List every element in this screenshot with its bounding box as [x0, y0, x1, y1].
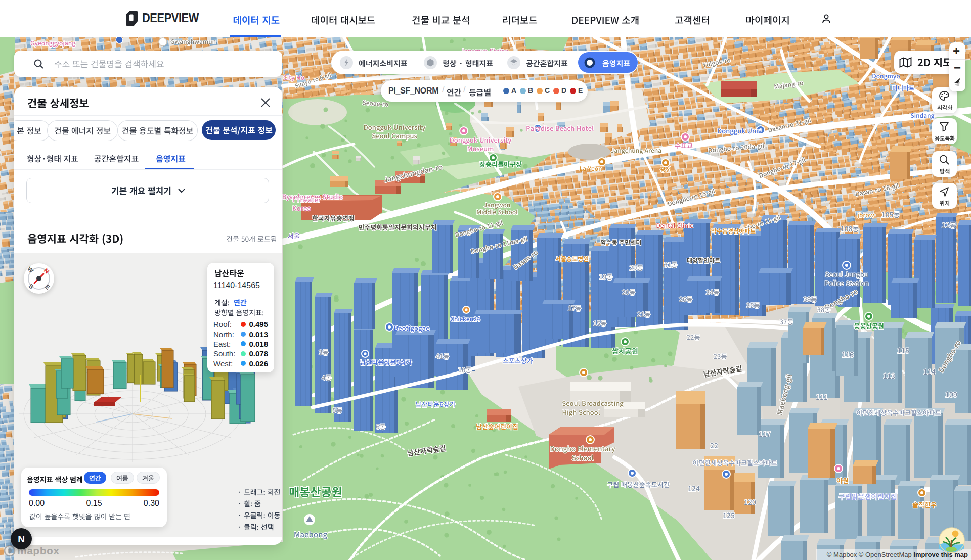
svg-text:S: S: [27, 283, 35, 291]
svg-text:N: N: [18, 534, 25, 544]
svg-text:E: E: [43, 283, 52, 291]
svg-text:W: W: [26, 265, 35, 274]
